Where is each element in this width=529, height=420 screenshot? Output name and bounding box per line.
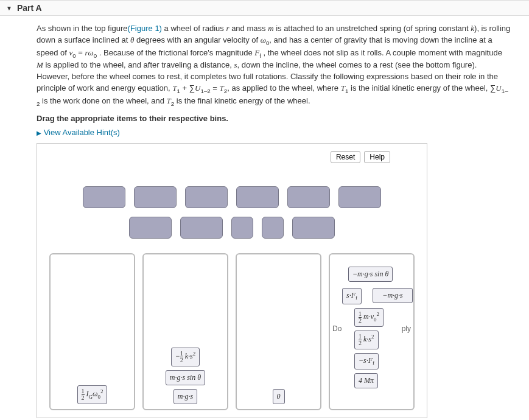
problem-body: a wheel of radius r and mass m is attach… xyxy=(37,24,510,105)
expression-token[interactable]: 4 Mπ xyxy=(354,373,378,388)
expression-token[interactable]: s·Ff xyxy=(342,288,362,304)
expression-token[interactable]: m·g·s xyxy=(173,389,197,404)
hints-expand-icon: ▶ xyxy=(37,130,41,136)
expression-token[interactable]: −m·g·s xyxy=(373,288,413,303)
bin-1[interactable]: 12 IGω02 xyxy=(49,253,135,410)
draggable-item[interactable] xyxy=(134,186,177,208)
part-title: Part A xyxy=(17,3,42,13)
expression-token[interactable]: 12 k·s2 xyxy=(354,331,379,349)
expression-token[interactable]: −m·g·s sin θ xyxy=(348,267,393,282)
expression-token[interactable]: 12 m·v02 xyxy=(354,308,384,327)
view-hints[interactable]: ▶ View Available Hint(s) xyxy=(37,128,511,137)
collapse-toggle[interactable]: ▼ xyxy=(6,5,12,12)
problem-text: As shown in the top figure(Figure 1) a w… xyxy=(37,23,511,108)
expression-token[interactable]: 12 IGω02 xyxy=(77,385,108,404)
dna-left: Do xyxy=(332,324,342,333)
dna-right: ply xyxy=(402,324,411,333)
help-button[interactable]: Help xyxy=(364,151,390,163)
expression-token[interactable]: −s·Ff xyxy=(354,353,379,369)
draggable-item[interactable] xyxy=(262,217,284,239)
expression-token[interactable]: m·g·s sin θ xyxy=(166,370,205,385)
draggable-item[interactable] xyxy=(129,217,172,239)
draggable-item[interactable] xyxy=(180,217,223,239)
problem-prefix: As shown in the top figure xyxy=(37,24,128,33)
draggable-item[interactable] xyxy=(185,186,228,208)
source-row-1 xyxy=(37,186,427,208)
draggable-item[interactable] xyxy=(231,217,253,239)
draggable-item[interactable] xyxy=(287,186,330,208)
drag-instruction: Drag the appropriate items to their resp… xyxy=(37,114,511,123)
bin-4-content: Do ply −m·g·s sin θs·Ff−m·g·s12 m·v0212 … xyxy=(330,254,413,404)
hints-label: View Available Hint(s) xyxy=(44,128,120,137)
draggable-item[interactable] xyxy=(83,186,125,208)
bin-2[interactable]: −12 k·s2m·g·s sin θm·g·s xyxy=(142,253,228,410)
source-row-2 xyxy=(37,217,427,239)
reset-button[interactable]: Reset xyxy=(331,151,360,163)
bin-3[interactable]: 0 xyxy=(236,253,321,410)
bin-4[interactable]: Do ply −m·g·s sin θs·Ff−m·g·s12 m·v0212 … xyxy=(329,253,415,410)
draggable-item[interactable] xyxy=(236,186,279,208)
sorting-panel: Reset Help 12 IGω02 −12 k·s2m·g·s sin θm… xyxy=(37,143,427,418)
draggable-item[interactable] xyxy=(292,217,335,239)
expression-token[interactable]: 0 xyxy=(273,389,285,404)
expression-token[interactable]: −12 k·s2 xyxy=(171,348,200,366)
draggable-item[interactable] xyxy=(338,186,381,208)
figure-link[interactable]: (Figure 1) xyxy=(128,24,162,33)
